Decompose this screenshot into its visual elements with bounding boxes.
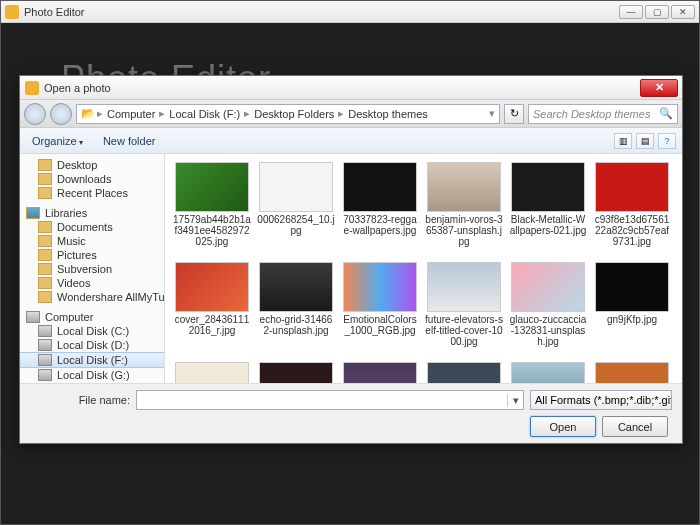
- thumbnail-image: [175, 262, 249, 312]
- open-file-dialog: Open a photo ✕ 📂 ▸ Computer▸ Local Disk …: [19, 75, 683, 444]
- sidebar-item[interactable]: Pictures: [20, 248, 164, 262]
- thumbnail-image: [343, 262, 417, 312]
- sidebar-item[interactable]: Local Disk (G:): [20, 368, 164, 382]
- maximize-button[interactable]: ▢: [645, 5, 669, 19]
- file-thumbnail[interactable]: 70337823-reggae-wallpapers.jpg: [339, 160, 421, 258]
- sidebar-item[interactable]: Subversion: [20, 262, 164, 276]
- breadcrumb-dropdown-icon[interactable]: ▾: [489, 107, 495, 120]
- file-grid: 17579ab44b2b1af3491ee4582972025.jpg00062…: [165, 154, 682, 383]
- file-name-input[interactable]: ▾: [136, 390, 524, 410]
- sidebar-item-label: Documents: [57, 221, 113, 233]
- file-thumbnail[interactable]: 0006268254_10.jpg: [255, 160, 337, 258]
- folder-icon: [38, 263, 52, 275]
- app-icon: [5, 5, 19, 19]
- libraries-icon: [26, 207, 40, 219]
- thumbnail-label: 70337823-reggae-wallpapers.jpg: [341, 214, 419, 236]
- folder-icon: [38, 369, 52, 381]
- sidebar-item-label: Subversion: [57, 263, 112, 275]
- breadcrumb[interactable]: 📂 ▸ Computer▸ Local Disk (F:)▸ Desktop F…: [76, 104, 500, 124]
- preview-pane-button[interactable]: ▤: [636, 133, 654, 149]
- file-thumbnail[interactable]: echo-grid-314662-unsplash.jpg: [255, 260, 337, 358]
- new-folder-button[interactable]: New folder: [97, 133, 162, 149]
- sidebar-item[interactable]: Downloads: [20, 172, 164, 186]
- file-name-label: File name:: [30, 394, 130, 406]
- sidebar-group-computer[interactable]: Computer: [20, 310, 164, 324]
- sidebar-item[interactable]: Videos: [20, 276, 164, 290]
- thumbnail-image: [343, 362, 417, 383]
- sidebar-item[interactable]: Desktop: [20, 158, 164, 172]
- forward-button[interactable]: [50, 103, 72, 125]
- file-thumbnail[interactable]: 17579ab44b2b1af3491ee4582972025.jpg: [171, 160, 253, 258]
- thumbnail-image: [595, 362, 669, 383]
- thumbnail-label: benjamin-voros-365387-unsplash.jpg: [425, 214, 503, 247]
- file-thumbnail[interactable]: EmotionalColors_1000_RGB.jpg: [339, 260, 421, 358]
- cancel-button[interactable]: Cancel: [602, 416, 668, 437]
- format-filter-select[interactable]: All Formats (*.bmp;*.dib;*.gif;*.▾: [530, 390, 672, 410]
- sidebar-item[interactable]: Music: [20, 234, 164, 248]
- file-thumbnail[interactable]: gn9jKfp.jpg: [591, 260, 673, 358]
- folder-icon: [38, 277, 52, 289]
- dialog-title: Open a photo: [44, 82, 640, 94]
- sidebar-item[interactable]: Local Disk (C:): [20, 324, 164, 338]
- thumbnail-label: future-elevators-self-titled-cover-1000.…: [425, 314, 503, 347]
- file-thumbnail[interactable]: [171, 360, 253, 383]
- sidebar-item-label: Local Disk (F:): [57, 354, 128, 366]
- dialog-titlebar: Open a photo ✕: [20, 76, 682, 100]
- folder-icon: [38, 354, 52, 366]
- sidebar-item-label: Local Disk (C:): [57, 325, 129, 337]
- sidebar-item[interactable]: Wondershare AllMyTube: [20, 290, 164, 304]
- folder-icon: [38, 325, 52, 337]
- folder-icon: [38, 187, 52, 199]
- thumbnail-image: [511, 262, 585, 312]
- help-button[interactable]: ?: [658, 133, 676, 149]
- file-name-dropdown-icon[interactable]: ▾: [507, 394, 523, 407]
- open-button[interactable]: Open: [530, 416, 596, 437]
- thumbnail-image: [259, 362, 333, 383]
- file-thumbnail[interactable]: [507, 360, 589, 383]
- thumbnail-label: EmotionalColors_1000_RGB.jpg: [341, 314, 419, 336]
- file-thumbnail[interactable]: [255, 360, 337, 383]
- sidebar-item[interactable]: Local Disk (F:): [20, 352, 164, 368]
- folder-icon: 📂: [81, 107, 95, 120]
- thumbnail-label: Black-Metallic-Wallpapers-021.jpg: [509, 214, 587, 236]
- minimize-button[interactable]: —: [619, 5, 643, 19]
- sidebar-item[interactable]: Documents: [20, 220, 164, 234]
- thumbnail-image: [259, 262, 333, 312]
- close-button[interactable]: ✕: [671, 5, 695, 19]
- file-thumbnail[interactable]: c93f8e13d6756122a82c9cb57eaf9731.jpg: [591, 160, 673, 258]
- sidebar-item-label: Videos: [57, 277, 90, 289]
- app-title: Photo Editor: [24, 6, 619, 18]
- thumbnail-image: [175, 162, 249, 212]
- file-thumbnail[interactable]: [423, 360, 505, 383]
- app-window: Photo Editor — ▢ ✕ Photo Editor Open a p…: [0, 0, 700, 525]
- thumbnail-image: [427, 262, 501, 312]
- file-thumbnail[interactable]: benjamin-voros-365387-unsplash.jpg: [423, 160, 505, 258]
- address-bar: 📂 ▸ Computer▸ Local Disk (F:)▸ Desktop F…: [20, 100, 682, 128]
- thumbnail-label: c93f8e13d6756122a82c9cb57eaf9731.jpg: [593, 214, 671, 247]
- thumbnail-image: [427, 362, 501, 383]
- sidebar: DesktopDownloadsRecent PlacesLibrariesDo…: [20, 154, 165, 383]
- sidebar-item-label: Recent Places: [57, 187, 128, 199]
- search-input[interactable]: Search Desktop themes 🔍: [528, 104, 678, 124]
- folder-icon: [38, 173, 52, 185]
- sidebar-item-label: Pictures: [57, 249, 97, 261]
- sidebar-item-label: Music: [57, 235, 86, 247]
- back-button[interactable]: [24, 103, 46, 125]
- refresh-button[interactable]: ↻: [504, 104, 524, 124]
- file-thumbnail[interactable]: glauco-zuccaccia-132831-unsplash.jpg: [507, 260, 589, 358]
- dialog-close-button[interactable]: ✕: [640, 79, 678, 97]
- sidebar-group-libraries[interactable]: Libraries: [20, 206, 164, 220]
- sidebar-item[interactable]: Local Disk (D:): [20, 338, 164, 352]
- file-thumbnail[interactable]: cover_284361112016_r.jpg: [171, 260, 253, 358]
- file-thumbnail[interactable]: future-elevators-self-titled-cover-1000.…: [423, 260, 505, 358]
- app-titlebar: Photo Editor — ▢ ✕: [1, 1, 699, 23]
- folder-icon: [38, 235, 52, 247]
- app-body: Photo Editor Open a photo ✕ 📂 ▸ Computer…: [1, 23, 699, 524]
- file-thumbnail[interactable]: [339, 360, 421, 383]
- thumbnail-image: [511, 362, 585, 383]
- view-options-button[interactable]: ▥: [614, 133, 632, 149]
- file-thumbnail[interactable]: Black-Metallic-Wallpapers-021.jpg: [507, 160, 589, 258]
- organize-button[interactable]: Organize: [26, 133, 89, 149]
- file-thumbnail[interactable]: [591, 360, 673, 383]
- sidebar-item[interactable]: Recent Places: [20, 186, 164, 200]
